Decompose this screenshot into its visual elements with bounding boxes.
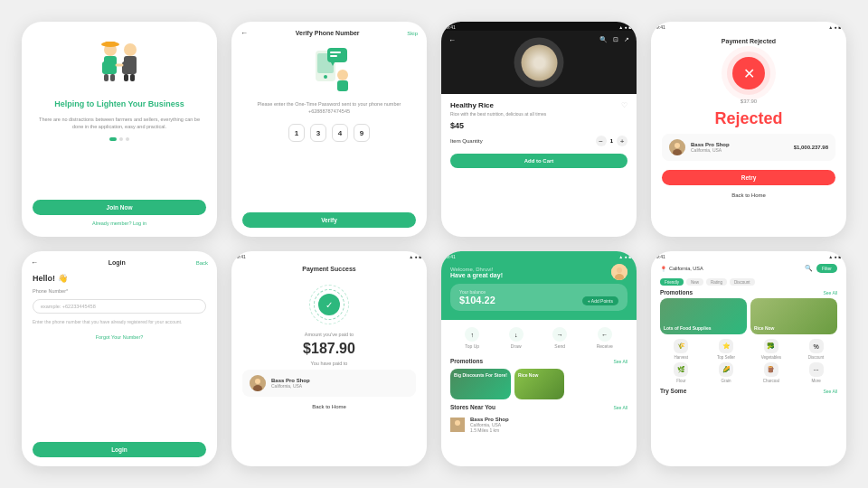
cat-grain-label: Grain	[722, 379, 731, 383]
login-link[interactable]: Already member? Log in	[92, 221, 146, 226]
cat-topseller[interactable]: ⭐ Top Seller	[705, 339, 748, 360]
phone-input[interactable]: example: +62233445458	[33, 299, 206, 314]
topup-action[interactable]: ↑ Top Up	[465, 327, 479, 349]
status-icons-s6: ▲ ● ■	[409, 254, 421, 259]
promotions-see-all[interactable]: See All	[613, 359, 627, 364]
cat-more[interactable]: ··· More	[795, 362, 837, 383]
success-back-home[interactable]: Back to Home	[312, 404, 346, 409]
cat-grain[interactable]: 🌽 Grain	[705, 362, 748, 383]
filter-icon[interactable]: ⊡	[613, 36, 618, 44]
tag-rating[interactable]: Rating	[706, 278, 727, 286]
promo-card-1[interactable]: Big Discounts For Store!	[450, 369, 511, 399]
send-action[interactable]: → Send	[552, 327, 567, 349]
explore-promo-1-text: Lots of Food Supplies	[664, 325, 712, 331]
add-points-button[interactable]: + Add Points	[582, 296, 618, 305]
join-now-button[interactable]: Join Now	[33, 200, 206, 215]
rejected-status-text: Rejected	[714, 109, 782, 128]
explore-promo-1[interactable]: Lots of Food Supplies	[660, 298, 747, 334]
back-label[interactable]: Back	[196, 260, 208, 266]
otp-box-2[interactable]: 3	[310, 124, 326, 142]
screen-payment-rejected: 9:41 ▲ ● ■ Payment Rejected ✕ $37.90 Rej…	[651, 22, 846, 237]
verify-body: Please enter the One-Time Password sent …	[231, 41, 427, 237]
success-icon: ✓	[309, 285, 349, 324]
verify-button[interactable]: Verify	[242, 212, 416, 228]
quantity-row: Item Quantity − 1 +	[450, 136, 627, 146]
decrease-btn[interactable]: −	[596, 136, 607, 146]
svg-point-28	[255, 379, 260, 384]
filter-button[interactable]: Filter	[816, 264, 837, 273]
status-bar-s4: 9:41 ▲ ● ■	[651, 22, 846, 31]
send-icon: →	[552, 327, 567, 342]
explore-see-all[interactable]: See All	[823, 290, 837, 296]
phone-hint: Enter the phone number that you have alr…	[33, 319, 206, 325]
cat-topseller-label: Top Seller	[717, 355, 735, 360]
svg-rect-7	[105, 42, 116, 45]
product-header-icons: ← 🔍 ⊡ ↗	[441, 36, 637, 44]
promotions-title: Promotions	[450, 358, 483, 364]
cat-more-label: More	[811, 379, 820, 383]
add-to-cart-button[interactable]: Add to Cart	[450, 154, 627, 168]
onboarding-description: There are no distractions between farmer…	[33, 116, 206, 131]
increase-btn[interactable]: +	[617, 136, 627, 146]
cat-vegetables[interactable]: 🥦 Vegetables	[750, 339, 793, 360]
success-checkmark: ✓	[318, 294, 340, 315]
tag-discount[interactable]: Discount	[730, 278, 755, 286]
search-icon[interactable]: 🔍	[599, 36, 608, 44]
status-icons-s3: ▲ ● ■	[618, 24, 631, 30]
svg-point-25	[675, 143, 680, 148]
skip-link[interactable]: Skip	[407, 31, 418, 36]
cat-vegetables-label: Vegetables	[761, 355, 781, 360]
payment-amount: $187.90	[303, 341, 355, 357]
back-to-home-link[interactable]: Back to Home	[731, 192, 766, 198]
back-icon-login[interactable]: ←	[31, 258, 38, 267]
cat-flour[interactable]: 🌿 Flour	[660, 362, 703, 383]
store-avatar	[450, 418, 465, 432]
rice-visual	[521, 44, 557, 80]
otp-box-1[interactable]: 1	[288, 124, 305, 142]
receive-action[interactable]: ← Receive	[597, 327, 613, 349]
cat-charcoal[interactable]: 🪵 Charcoal	[750, 362, 793, 383]
login-button[interactable]: Login	[33, 442, 206, 457]
forgot-number-link[interactable]: Forgot Your Number?	[33, 334, 206, 340]
store-distance: 1.5 Miles 1 km	[470, 427, 627, 433]
explore-promo-title: Promotions	[660, 289, 693, 296]
draw-action[interactable]: ↓ Draw	[509, 327, 524, 349]
back-icon[interactable]: ←	[241, 29, 248, 37]
vegetables-icon: 🥦	[764, 339, 778, 353]
time-s4: 9:41	[656, 24, 665, 30]
quantity-label: Item Quantity	[450, 138, 483, 144]
explore-promo-2[interactable]: Rice Now	[750, 298, 837, 334]
store-item[interactable]: Bass Pro Shop California, USA 1.5 Miles …	[450, 414, 627, 436]
product-description: Rice with the best nutrition, delicious …	[450, 111, 627, 117]
dot-3	[126, 137, 129, 141]
share-icon[interactable]: ↗	[624, 36, 629, 44]
cat-discount[interactable]: % Discount	[795, 339, 837, 360]
success-merchant-card: Bass Pro Shop California, USA	[242, 370, 416, 397]
wishlist-icon[interactable]: ♡	[621, 101, 627, 109]
try-see-all[interactable]: See All	[823, 389, 837, 394]
time-s3: 9:41	[447, 24, 456, 30]
svg-rect-18	[327, 48, 347, 62]
screen-onboarding: Helping to Lighten Your Business There a…	[22, 22, 217, 237]
send-label: Send	[554, 343, 565, 349]
search-icon-explore[interactable]: 🔍	[805, 265, 813, 272]
tag-friendly[interactable]: Friendly	[660, 278, 684, 286]
tag-new[interactable]: New	[686, 278, 703, 286]
login-greeting: Hello! 👋	[33, 274, 206, 283]
otp-input-row: 1 3 4 9	[288, 124, 370, 142]
verify-illustration	[302, 46, 356, 96]
screen-explore: 9:41 ▲ ● ■ 📍 California, USA 🔍 Filter Fr…	[651, 251, 846, 466]
cat-harvest[interactable]: 🌾 Harvest	[660, 339, 703, 360]
otp-box-4[interactable]: 9	[354, 124, 370, 142]
retry-button[interactable]: Retry	[662, 170, 835, 185]
promo-card-2[interactable]: Rice Now	[514, 369, 564, 399]
merchant-location: California, USA	[691, 147, 730, 153]
location-icon: 📍	[660, 266, 666, 272]
promotions-strip: Big Discounts For Store! Rice Now	[441, 366, 637, 402]
svg-point-22	[337, 70, 348, 80]
stores-see-all[interactable]: See All	[613, 405, 627, 410]
svg-rect-3	[109, 61, 115, 74]
otp-box-3[interactable]: 4	[332, 124, 348, 142]
svg-rect-5	[110, 74, 115, 81]
back-arrow-icon[interactable]: ←	[448, 36, 456, 44]
